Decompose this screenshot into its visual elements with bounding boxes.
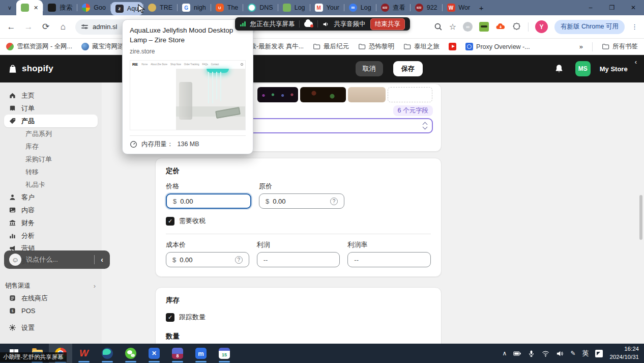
browser-tab-Wor[interactable]: WWor xyxy=(443,0,475,15)
cancel-button[interactable]: 取消 xyxy=(356,61,383,76)
page-scrollbar[interactable] xyxy=(639,195,642,240)
cloud-record-icon[interactable] xyxy=(304,21,313,27)
volume-icon[interactable] xyxy=(556,350,564,357)
store-name[interactable]: My Store xyxy=(600,65,628,73)
browser-tab-922[interactable]: 922922 xyxy=(411,0,442,15)
bookmark-icon-4[interactable] xyxy=(449,43,456,50)
channel-item-POS[interactable]: $POS xyxy=(4,304,98,317)
sidebar-item-财务[interactable]: 财务 xyxy=(4,216,98,229)
profit-input[interactable]: -- xyxy=(257,252,340,267)
action-center-icon[interactable] xyxy=(595,350,603,357)
browser-tab-查看[interactable]: 922查看 xyxy=(376,0,410,15)
taskbar-wps-office-icon[interactable]: W xyxy=(72,344,96,363)
browser-tab-搜索[interactable]: 搜索 xyxy=(43,0,77,15)
microphone-icon[interactable] xyxy=(528,350,535,357)
extension-adblock-icon[interactable] xyxy=(479,22,489,32)
sidebar-item-分析[interactable]: 分析 xyxy=(4,229,98,242)
stop-sharing-button[interactable]: 结束共享 xyxy=(370,18,405,30)
browser-tab-TRE[interactable]: TRE xyxy=(143,0,177,15)
taskbar-teal-leaf-app-icon[interactable] xyxy=(96,344,119,363)
bookmark-star-icon[interactable]: ☆ xyxy=(449,22,456,32)
reload-icon[interactable]: ⟳ xyxy=(41,21,51,32)
sidebar-item-礼品卡[interactable]: 礼品卡 xyxy=(4,178,98,191)
store-avatar[interactable]: MS xyxy=(575,61,591,76)
bookmark-泰坦之旅[interactable]: 泰坦之旅 xyxy=(403,42,440,51)
taskbar-clock[interactable]: 16:24 2024/10/31 xyxy=(609,345,639,361)
new-tab-button[interactable]: + xyxy=(475,1,488,14)
sidebar-item-采购订单[interactable]: 采购订单 xyxy=(4,153,98,165)
charge-tax-checkbox[interactable]: ✓ xyxy=(166,217,174,226)
home-icon[interactable]: ⌂ xyxy=(58,22,68,32)
bookmark-最后纪元[interactable]: 最后纪元 xyxy=(313,42,349,51)
hidden-icons-chevron[interactable]: ∧ xyxy=(503,350,507,357)
sidebar-item-库存[interactable]: 库存 xyxy=(4,140,98,153)
tab-search-icon[interactable]: ∨ xyxy=(3,1,16,14)
browser-tab-Log[interactable]: 88Log xyxy=(344,0,376,15)
track-quantity-checkbox[interactable]: ✓ xyxy=(166,313,174,322)
bookmark-Proxy Overview -...[interactable]: Proxy Overview -... xyxy=(465,43,530,50)
extension-cloud-icon[interactable] xyxy=(495,22,506,32)
window-maximize-button[interactable]: ❐ xyxy=(601,0,623,15)
sidebar-item-客户[interactable]: 客户 xyxy=(4,191,98,204)
taskbar-calendar-badge-8-icon[interactable]: 8 xyxy=(166,344,189,363)
browser-tab-Goo[interactable]: Goo xyxy=(77,0,110,15)
extensions-puzzle-icon[interactable] xyxy=(512,22,521,32)
chrome-update-button[interactable]: 有新版 Chrome 可用 xyxy=(554,20,625,34)
product-thumbnail-dark-2[interactable] xyxy=(300,87,346,102)
taskbar-calendar-15-icon[interactable]: 15 xyxy=(213,344,236,363)
product-thumbnail-dark-1[interactable] xyxy=(257,87,298,102)
bookmark-读-最新发表 真牛...[interactable]: 读-最新发表 真牛... xyxy=(250,42,304,51)
widget-collapse-icon[interactable]: ‹ xyxy=(99,256,105,264)
product-thumbnail-beige[interactable] xyxy=(348,87,386,102)
zoom-search-icon[interactable] xyxy=(434,22,443,31)
all-bookmarks-button[interactable]: 所有书签 xyxy=(602,42,638,51)
browser-tab-nigh[interactable]: Gnigh xyxy=(178,0,211,15)
compare-price-input[interactable]: $ 0.00 ? xyxy=(259,193,344,209)
price-input[interactable]: $ 0.00 xyxy=(166,193,251,209)
sidebar-item-设置[interactable]: 设置 xyxy=(4,321,98,334)
ime-language-indicator[interactable]: 英 xyxy=(582,349,589,358)
sales-channels-chevron-icon[interactable]: › xyxy=(94,282,96,290)
bookmark-恐怖黎明[interactable]: 恐怖黎明 xyxy=(358,42,394,51)
help-icon[interactable]: ? xyxy=(235,256,243,264)
sidebar-item-内容[interactable]: 内容 xyxy=(4,204,98,216)
browser-tab-DNS[interactable]: DNS xyxy=(243,0,277,15)
sidebar-item-订单[interactable]: 订单 xyxy=(4,102,98,115)
add-media-tile[interactable] xyxy=(388,87,432,102)
site-info-icon[interactable] xyxy=(81,25,88,28)
chat-input-placeholder[interactable]: 说点什么... xyxy=(26,255,58,264)
metafields-link[interactable]: 6 个元字段 xyxy=(393,105,433,116)
wifi-icon[interactable] xyxy=(542,350,549,357)
bookmarks-overflow-icon[interactable]: » xyxy=(579,43,583,50)
browser-tab-Log[interactable]: Log xyxy=(278,0,310,15)
back-icon[interactable]: ← xyxy=(6,22,16,32)
margin-input[interactable]: -- xyxy=(347,252,431,267)
tab-close-icon[interactable]: ✕ xyxy=(34,5,38,11)
sidebar-item-产品系列[interactable]: 产品系列 xyxy=(4,127,98,140)
taskbar-meeting-app-icon[interactable]: m xyxy=(189,344,213,363)
browser-tab-Your[interactable]: MYour xyxy=(310,0,344,15)
browser-tab-The[interactable]: UThe xyxy=(211,0,243,15)
sidebar-item-转移[interactable]: 转移 xyxy=(4,165,98,178)
sidebar-item-主页[interactable]: 主页 xyxy=(4,89,98,102)
battery-icon[interactable] xyxy=(513,350,521,357)
sidebar-item-产品[interactable]: 产品 xyxy=(4,115,98,127)
forward-icon[interactable]: → xyxy=(23,22,34,32)
extension-link-icon[interactable]: ∞ xyxy=(463,22,473,32)
browser-menu-icon[interactable]: ⋮ xyxy=(631,23,638,31)
bookmark-雪糕资源网 - 全网...[interactable]: 雪糕资源网 - 全网... xyxy=(6,42,72,51)
notifications-bell-icon[interactable] xyxy=(554,64,564,74)
taskbar-blue-x-app-icon[interactable]: ✕ xyxy=(142,344,166,363)
chat-assistant-widget[interactable]: ☺ 说点什么... ‹ xyxy=(4,250,110,269)
window-minimize-button[interactable]: – xyxy=(580,0,601,15)
browser-tab-0[interactable]: ✕ xyxy=(16,0,43,15)
window-close-button[interactable]: ✕ xyxy=(623,0,644,15)
cost-input[interactable]: $ 0.00 ? xyxy=(166,252,249,267)
sales-channels-header[interactable]: 销售渠道› xyxy=(4,280,98,292)
save-button[interactable]: 保存 xyxy=(393,61,423,76)
channel-item-在线商店[interactable]: 在线商店 xyxy=(4,292,98,304)
pen-icon[interactable]: ✎ xyxy=(570,350,575,357)
help-icon[interactable]: ? xyxy=(330,198,338,205)
bookmark-藏宝湾网游[interactable]: 藏宝湾网游 xyxy=(81,42,124,51)
profile-avatar[interactable]: Y xyxy=(535,20,548,33)
